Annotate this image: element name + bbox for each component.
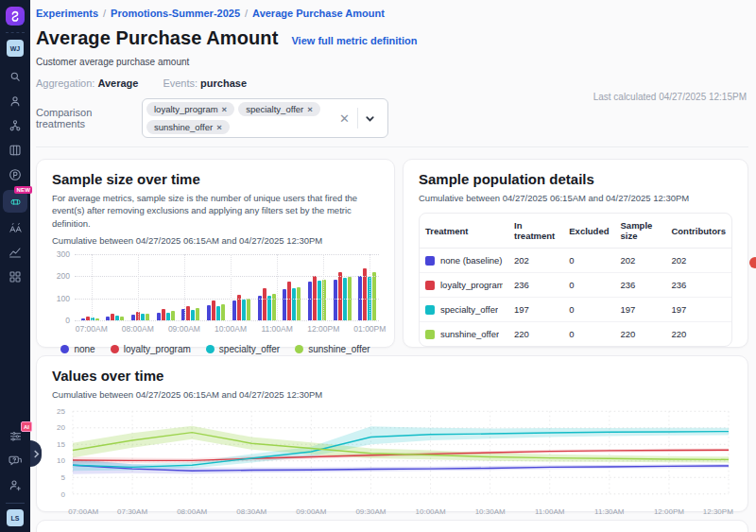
bar-loyalty_program[interactable]	[287, 282, 291, 320]
workspace-avatar[interactable]: WJ	[7, 40, 24, 57]
legend-dot	[206, 345, 215, 353]
legend-item[interactable]: sunshine_offer	[295, 344, 369, 354]
line-x-tick: 07:30AM	[117, 507, 147, 516]
bar-none[interactable]	[232, 300, 236, 320]
line-x-tick: 10:30AM	[475, 507, 506, 516]
table-row[interactable]: none (baseline)2020202202	[420, 249, 731, 273]
bar-sunshine_offer[interactable]	[297, 287, 301, 320]
breadcrumb-item[interactable]: Average Purchase Amount	[252, 8, 385, 19]
search-icon[interactable]	[4, 66, 26, 87]
bar-sunshine_offer[interactable]	[247, 299, 250, 320]
bar-sunshine_offer[interactable]	[221, 304, 225, 320]
events-label: Events:	[163, 77, 198, 89]
bar-loyalty_program[interactable]	[263, 288, 266, 320]
bar-x-axis: 07:00AM08:00AM09:00AM10:00AM11:00AM12:00…	[75, 324, 379, 335]
chevron-down-icon[interactable]	[358, 113, 382, 124]
bar-loyalty_program[interactable]	[162, 309, 165, 320]
population-card: Sample population details Cumulative bet…	[403, 159, 748, 348]
bar-none[interactable]	[283, 289, 286, 320]
table-row[interactable]: loyalty_program2360236236	[420, 273, 731, 298]
gridline	[231, 254, 232, 320]
statsig-logo[interactable]	[6, 7, 25, 26]
bar-x-tick: 11:00AM	[261, 324, 292, 334]
values-cumulative: Cumulative between 04/27/2025 06:15AM an…	[52, 389, 732, 400]
bar-loyalty_program[interactable]	[186, 306, 190, 320]
bar-specialty_offer[interactable]	[292, 288, 296, 320]
columns-icon[interactable]	[4, 140, 26, 161]
bar-sunshine_offer[interactable]	[146, 314, 149, 320]
legend-item[interactable]: loyalty_program	[111, 344, 191, 354]
treatment-swatch	[425, 330, 435, 339]
bar-specialty_offer[interactable]	[216, 306, 220, 320]
pulse-icon[interactable]	[4, 164, 26, 185]
comparison-treatments-select[interactable]: loyalty_program×specialty_offer×sunshine…	[142, 98, 388, 138]
bar-group[interactable]	[257, 288, 276, 320]
metrics-icon[interactable]	[4, 242, 26, 263]
bar-specialty_offer[interactable]	[242, 300, 246, 319]
sidebar-divider	[6, 503, 25, 504]
breadcrumb-item[interactable]: Experiments	[36, 8, 98, 19]
holdouts-icon[interactable]	[4, 217, 26, 238]
bar-loyalty_program[interactable]	[212, 300, 215, 320]
bar-group[interactable]	[283, 282, 301, 320]
breadcrumb-item[interactable]: Promotions-Summer-2025	[111, 8, 240, 19]
bar-x-tick: 08:00AM	[122, 324, 154, 334]
bar-specialty_offer[interactable]	[191, 310, 195, 320]
view-metric-definition-link[interactable]: View full metric definition	[291, 35, 417, 46]
chip-remove-icon[interactable]: ×	[216, 122, 222, 132]
legend-dot	[295, 345, 303, 353]
clear-all-icon[interactable]: ✕	[332, 112, 357, 126]
sidebar: WJ NEW AI LS	[0, 0, 30, 532]
chip-remove-icon[interactable]: ×	[307, 104, 313, 114]
dashboards-icon[interactable]	[4, 266, 26, 287]
ai-assistant-icon[interactable]: AI	[4, 425, 26, 446]
experiments-icon-selected[interactable]: NEW	[3, 190, 27, 213]
table-row[interactable]: specialty_offer1970197197	[420, 298, 731, 322]
bar-sunshine_offer[interactable]	[372, 272, 376, 320]
table-row[interactable]: sunshine_offer2200220220	[420, 322, 731, 347]
legend-item[interactable]: specialty_offer	[206, 344, 280, 354]
bar-specialty_offer[interactable]	[318, 281, 321, 320]
bar-none[interactable]	[308, 282, 312, 320]
bar-group[interactable]	[207, 300, 226, 320]
table-cell: 202	[615, 249, 666, 273]
chip-remove-icon[interactable]: ×	[222, 104, 228, 114]
feature-gates-icon[interactable]	[4, 115, 26, 136]
values-title: Values over time	[52, 368, 732, 384]
users-icon[interactable]	[4, 91, 26, 112]
events-value: purchase	[200, 77, 247, 89]
user-avatar[interactable]: LS	[7, 509, 24, 526]
aggregation-value: Average	[97, 77, 138, 89]
right-edge-alert-handle[interactable]	[749, 257, 756, 268]
bar-group[interactable]	[333, 272, 352, 320]
bar-specialty_offer[interactable]	[166, 313, 170, 320]
treatment-chip[interactable]: loyalty_program×	[146, 102, 234, 116]
table-header: Contributors	[665, 214, 731, 249]
bar-group[interactable]	[130, 312, 149, 320]
line-y-tick: 25	[57, 407, 65, 416]
bar-specialty_offer[interactable]	[343, 278, 347, 320]
legend-label: none	[74, 344, 94, 354]
legend-item[interactable]: none	[60, 344, 94, 354]
treatment-chip[interactable]: specialty_offer×	[238, 102, 320, 116]
bar-x-tick: 09:00AM	[168, 324, 200, 334]
bar-none[interactable]	[258, 296, 262, 320]
table-header: Excluded	[563, 214, 614, 249]
bar-sunshine_offer[interactable]	[196, 308, 199, 320]
bar-group[interactable]	[106, 314, 125, 320]
bar-none[interactable]	[334, 280, 337, 320]
bar-none[interactable]	[157, 313, 161, 320]
aggregation-label: Aggregation:	[36, 77, 94, 89]
invite-user-icon[interactable]	[4, 474, 26, 495]
bar-y-tick: 0	[65, 316, 70, 325]
bar-group[interactable]	[156, 309, 175, 320]
line-y-tick: 20	[57, 423, 65, 432]
treatment-chip[interactable]: sunshine_offer×	[146, 120, 230, 134]
bar-none[interactable]	[207, 305, 211, 320]
bar-loyalty_program[interactable]	[111, 314, 114, 320]
help-chat-icon[interactable]	[4, 450, 26, 471]
bar-loyalty_program[interactable]	[338, 272, 342, 320]
bar-sunshine_offer[interactable]	[171, 311, 175, 320]
gridline	[75, 320, 379, 321]
line-x-tick: 10:00AM	[416, 507, 446, 516]
